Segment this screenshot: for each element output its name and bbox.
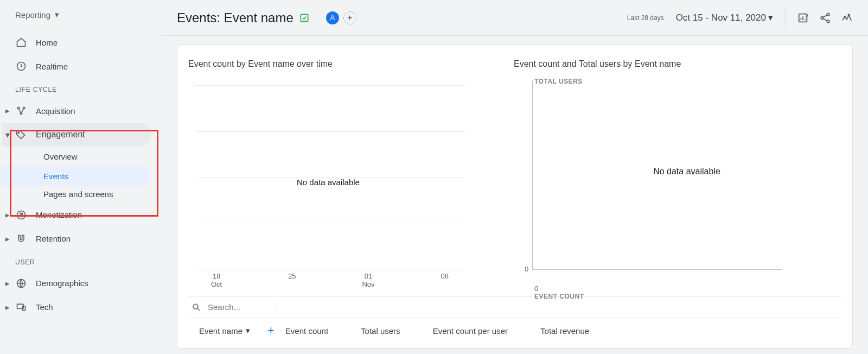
no-data-right: No data available [532, 167, 841, 176]
nav-tech-label: Tech [36, 302, 53, 312]
home-icon [15, 36, 27, 48]
sort-icon: ▾ [246, 326, 250, 336]
nav-realtime[interactable]: Realtime [0, 54, 162, 78]
reporting-dropdown[interactable]: Reporting ▾ [0, 10, 162, 30]
pages-screens-label: Pages and screens [43, 189, 113, 200]
clock-icon [15, 60, 27, 72]
nav-tech[interactable]: ▸ Tech [0, 295, 162, 319]
nav-engagement[interactable]: ▾ Engagement [2, 123, 151, 147]
col-per-user[interactable]: Event count per user [433, 326, 508, 336]
reporting-label: Reporting [15, 10, 50, 20]
table-header-row: Event name ▾ + Event count Total users E… [188, 318, 841, 343]
nav-home[interactable]: Home [0, 30, 162, 54]
svg-point-1 [17, 107, 19, 109]
overview-label: Overview [43, 152, 78, 161]
chart-left: Event count by Event name over time No d… [188, 59, 514, 292]
nav-retention[interactable]: ▸ Retention [0, 227, 162, 251]
col-event-name[interactable]: Event name ▾ [199, 326, 270, 336]
no-data-left: No data available [192, 178, 465, 187]
nav-realtime-label: Realtime [36, 62, 68, 71]
date-range-prefix: Last 28 days [627, 14, 664, 22]
nav-monetization[interactable]: ▸ Monetization [0, 203, 162, 227]
header-bar: Events: Event name A + Last 28 days Oct … [162, 0, 868, 36]
grid-line [195, 85, 465, 86]
expand-icon: ▸ [5, 210, 12, 220]
nav-engagement-overview[interactable]: Overview [0, 147, 162, 166]
y-zero: 0 [525, 265, 528, 273]
expand-icon: ▸ [5, 106, 12, 116]
x-zero: 0 [534, 285, 538, 293]
col-revenue[interactable]: Total revenue [540, 326, 589, 336]
chart-left-plot: No data available 18Oct 25 01Nov 08 [192, 74, 514, 292]
events-label: Events [43, 172, 68, 181]
svg-point-4 [18, 132, 20, 134]
x-axis-label: EVENT COUNT [534, 293, 584, 300]
svg-point-15 [848, 14, 850, 16]
add-comparison-button[interactable]: + [343, 11, 356, 24]
expand-icon: ▸ [5, 302, 12, 312]
chevron-down-icon: ▾ [768, 12, 773, 23]
svg-point-3 [20, 112, 22, 114]
nav-demographics[interactable]: ▸ Demographics [0, 271, 162, 295]
nav-acquisition-label: Acquisition [36, 106, 75, 116]
table-search-row [188, 296, 841, 318]
dollar-icon [15, 209, 27, 221]
date-range-picker[interactable]: Oct 15 - Nov 11, 2020 ▾ [676, 12, 773, 23]
x-tick: 08 [441, 272, 449, 292]
svg-point-16 [193, 304, 198, 309]
grid-line [195, 131, 465, 132]
divider [785, 8, 786, 28]
magnet-icon [15, 233, 27, 245]
chevron-down-icon: ▾ [55, 10, 59, 20]
report-card: Event count by Event name over time No d… [177, 45, 853, 349]
svg-point-14 [844, 16, 846, 17]
chart-right-plot: TOTAL USERS No data available 0 0 EVENT … [514, 74, 841, 281]
nav-engagement-label: Engagement [36, 130, 85, 140]
chart-right-title: Event count and Total users by Event nam… [514, 59, 841, 69]
edit-chart-icon[interactable] [797, 12, 809, 24]
expand-icon: ▸ [5, 234, 12, 244]
grid-line [195, 270, 465, 270]
globe-icon [15, 277, 27, 289]
grid-line [195, 224, 465, 224]
sidebar: Reporting ▾ Home Realtime LIFE CYCLE ▸ A… [0, 0, 162, 354]
verified-icon [299, 12, 310, 23]
collapse-icon: ▾ [5, 130, 12, 140]
col-total-users[interactable]: Total users [361, 326, 400, 336]
acquisition-icon [15, 105, 27, 117]
segment-avatar[interactable]: A [326, 11, 339, 24]
nav-engagement-pages-screens[interactable]: Pages and screens [0, 186, 162, 203]
add-dimension-button[interactable]: + [267, 324, 275, 338]
nav-monetization-label: Monetization [36, 210, 82, 219]
nav-home-label: Home [36, 38, 58, 47]
expand-icon: ▸ [5, 279, 12, 288]
chart-left-title: Event count by Event name over time [188, 59, 514, 69]
chart-right: Event count and Total users by Event nam… [514, 59, 841, 292]
nav-retention-label: Retention [36, 234, 71, 243]
x-tick: 18Oct [211, 272, 222, 292]
svg-rect-9 [301, 14, 308, 21]
y-axis-label: TOTAL USERS [534, 78, 583, 85]
search-icon [192, 302, 201, 312]
search-input[interactable] [207, 302, 266, 312]
search-cell[interactable] [192, 302, 277, 312]
x-tick: 01Nov [362, 272, 374, 292]
main-content: Events: Event name A + Last 28 days Oct … [162, 0, 868, 354]
svg-point-2 [23, 107, 24, 109]
x-tick: 25 [288, 272, 296, 292]
share-icon[interactable] [819, 12, 831, 24]
page-title: Events: Event name [177, 10, 293, 26]
nav-engagement-events[interactable]: Events [0, 166, 151, 186]
insights-icon[interactable] [841, 12, 853, 24]
nav-acquisition[interactable]: ▸ Acquisition [0, 99, 162, 123]
table: Event name ▾ + Event count Total users E… [188, 296, 841, 343]
nav-demographics-label: Demographics [36, 279, 88, 288]
section-user: USER [0, 251, 162, 271]
devices-icon [15, 301, 27, 313]
tag-icon [15, 129, 27, 141]
date-range-text: Oct 15 - Nov 11, 2020 [676, 12, 766, 23]
col-event-count[interactable]: Event count [285, 326, 328, 336]
divider [15, 326, 146, 326]
section-life-cycle: LIFE CYCLE [0, 78, 162, 99]
